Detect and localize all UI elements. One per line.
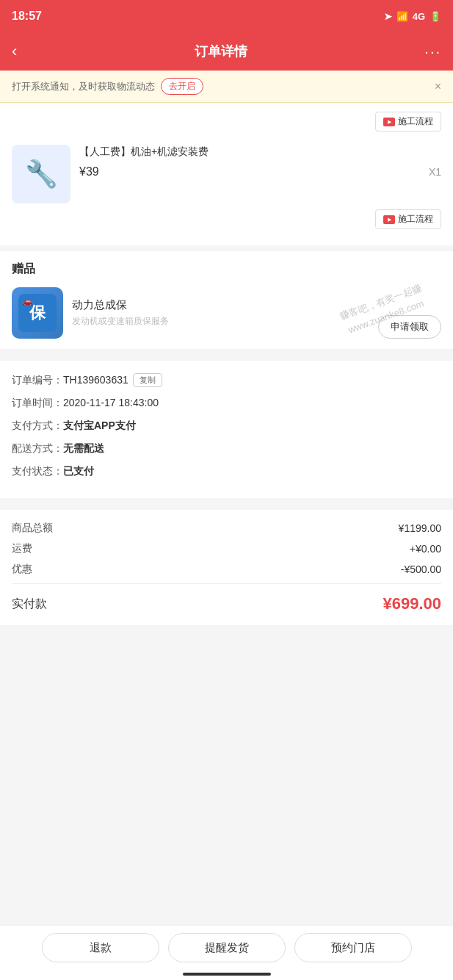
- price-total-value: ¥1199.00: [399, 522, 441, 534]
- copy-button[interactable]: 复制: [133, 373, 162, 387]
- gift-image: 保 🚗: [12, 287, 63, 339]
- car-mini-icon: 🚗: [22, 296, 33, 306]
- gift-section: 赠品 保 🚗 动力总成保 发动机或变速箱质保服务 申请领取 赚客吧，有奖一起赚 …: [0, 251, 453, 349]
- network-label: 4G: [413, 11, 425, 22]
- order-time-value: 2020-11-17 18:43:00: [63, 395, 441, 411]
- product-price-row-1: ¥39 X1: [79, 165, 441, 179]
- price-shipping-value: +¥0.00: [410, 543, 441, 555]
- more-button[interactable]: ···: [424, 43, 441, 60]
- pay-status-value: 已支付: [63, 464, 441, 479]
- pay-method-row: 支付方式： 支付宝APP支付: [12, 418, 441, 433]
- price-total-label: 商品总额: [12, 522, 53, 535]
- appoint-button[interactable]: 预约门店: [294, 933, 412, 962]
- notification-open-button[interactable]: 去开启: [161, 78, 203, 95]
- order-number-row: 订单编号： TH139603631 复制: [12, 372, 441, 388]
- page-title: 订单详情: [195, 43, 247, 60]
- price-actual-value: ¥699.00: [383, 594, 441, 613]
- gift-title: 赠品: [12, 262, 441, 277]
- home-indicator: [183, 973, 271, 976]
- status-time: 18:57: [12, 10, 42, 23]
- divider-3: [0, 498, 453, 504]
- product-image-1: 🔧: [12, 145, 70, 203]
- back-button[interactable]: ‹: [12, 42, 17, 61]
- gift-item: 保 🚗 动力总成保 发动机或变速箱质保服务 申请领取: [12, 287, 441, 339]
- price-discount-value: -¥500.00: [401, 563, 441, 575]
- gift-desc: 发动机或变速箱质保服务: [72, 315, 369, 328]
- product-info-1: 【人工费】机油+机滤安装费 ¥39 X1: [79, 145, 441, 179]
- notification-close-button[interactable]: ×: [435, 80, 441, 93]
- pay-status-row: 支付状态： 已支付: [12, 464, 441, 479]
- price-total-row: 商品总额 ¥1199.00: [12, 522, 441, 535]
- product-qty-1: X1: [429, 166, 441, 178]
- order-number-value: TH139603631: [63, 372, 128, 388]
- play-icon-2: [383, 215, 395, 224]
- status-icons: ➤ 📶 4G 🔋: [384, 11, 441, 22]
- delivery-label: 配送方式：: [12, 441, 63, 456]
- gift-wrapper: 保 🚗 动力总成保 发动机或变速箱质保服务 申请领取 赚客吧，有奖一起赚 www…: [12, 287, 441, 339]
- order-time-label: 订单时间：: [12, 395, 63, 411]
- location-icon: ➤: [384, 11, 392, 22]
- price-discount-row: 优惠 -¥500.00: [12, 563, 441, 576]
- price-shipping-label: 运费: [12, 542, 32, 555]
- price-shipping-row: 运费 +¥0.00: [12, 542, 441, 555]
- notification-banner: 打开系统通知，及时获取物流动态 去开启 ×: [0, 71, 453, 103]
- divider-2: [0, 349, 453, 355]
- bottom-spacer: [0, 625, 453, 684]
- order-time-row: 订单时间： 2020-11-17 18:43:00: [12, 395, 441, 411]
- remind-button[interactable]: 提醒发货: [168, 933, 286, 962]
- order-info-section: 订单编号： TH139603631 复制 订单时间： 2020-11-17 18…: [0, 361, 453, 498]
- gift-info: 动力总成保 发动机或变速箱质保服务: [72, 298, 369, 328]
- price-discount-label: 优惠: [12, 563, 32, 576]
- order-number-label: 订单编号：: [12, 372, 63, 388]
- bottom-action-bar: 退款 提醒发货 预约门店: [0, 925, 453, 980]
- pay-method-label: 支付方式：: [12, 418, 63, 433]
- refund-button[interactable]: 退款: [42, 933, 159, 962]
- delivery-row: 配送方式： 无需配送: [12, 441, 441, 456]
- flow-button-2[interactable]: 施工流程: [375, 209, 441, 229]
- flow-btn-label-2: 施工流程: [398, 213, 433, 226]
- status-bar: 18:57 ➤ 📶 4G 🔋: [0, 0, 453, 32]
- flow-button-1[interactable]: 施工流程: [375, 112, 441, 131]
- flow-btn-row-1: 施工流程: [12, 112, 441, 131]
- price-actual-label: 实付款: [12, 597, 47, 612]
- notification-text: 打开系统通知，及时获取物流动态: [12, 80, 155, 93]
- pay-method-value: 支付宝APP支付: [63, 418, 441, 433]
- product-name-1: 【人工费】机油+机滤安装费: [79, 145, 441, 159]
- play-icon-1: [383, 118, 395, 126]
- order-number-value-row: TH139603631 复制: [63, 372, 162, 388]
- flow-btn-label-1: 施工流程: [398, 115, 433, 128]
- product-section-1: 施工流程 🔧 【人工费】机油+机滤安装费 ¥39 X1 施工流程: [0, 103, 453, 245]
- notification-left: 打开系统通知，及时获取物流动态 去开启: [12, 78, 203, 95]
- price-section: 商品总额 ¥1199.00 运费 +¥0.00 优惠 -¥500.00 实付款 …: [0, 510, 453, 625]
- product-item-1: 🔧 【人工费】机油+机滤安装费 ¥39 X1: [12, 139, 441, 209]
- signal-icon: 📶: [396, 11, 408, 22]
- delivery-value: 无需配送: [63, 441, 441, 456]
- product-price-1: ¥39: [79, 165, 99, 179]
- nav-bar: ‹ 订单详情 ···: [0, 32, 453, 71]
- gift-image-inner: 保 🚗: [18, 294, 57, 332]
- price-actual-row: 实付款 ¥699.00: [12, 590, 441, 613]
- flow-btn-row-2: 施工流程: [12, 209, 441, 229]
- gift-claim-button[interactable]: 申请领取: [378, 315, 441, 339]
- wrench-icon-1: 🔧: [25, 159, 58, 190]
- battery-icon: 🔋: [430, 11, 441, 22]
- divider-1: [0, 245, 453, 251]
- price-divider: [12, 583, 441, 584]
- gift-name: 动力总成保: [72, 298, 369, 312]
- pay-status-label: 支付状态：: [12, 464, 63, 479]
